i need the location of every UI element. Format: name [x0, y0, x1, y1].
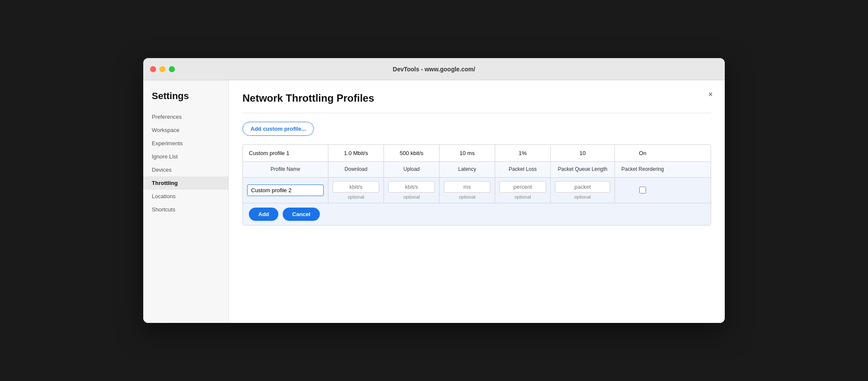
sidebar-item-throttling[interactable]: Throttling	[143, 176, 228, 190]
new-profile-name-cell	[243, 178, 328, 203]
new-profile-latency-cell: optional	[440, 178, 495, 203]
sidebar-item-workspace[interactable]: Workspace	[143, 123, 228, 137]
latency-optional-hint: optional	[459, 194, 475, 199]
add-button[interactable]: Add	[249, 208, 278, 221]
packet-queue-optional-hint: optional	[574, 194, 591, 199]
header-upload: Upload	[384, 162, 440, 177]
upload-optional-hint: optional	[403, 194, 420, 199]
titlebar: DevTools - www.google.com/	[143, 58, 725, 80]
new-profile-reordering-cell	[615, 178, 670, 203]
new-profile-upload-cell: optional	[384, 178, 440, 203]
divider	[242, 113, 711, 113]
sidebar-item-locations[interactable]: Locations	[143, 190, 228, 203]
devtools-window: DevTools - www.google.com/ Settings Pref…	[143, 58, 725, 323]
table-header-row: Profile Name Download Upload Latency Pac…	[243, 162, 711, 178]
new-profile-row: optional optional optional optional	[243, 178, 711, 203]
header-packet-reordering: Packet Reordering	[615, 162, 670, 177]
packet-loss-optional-hint: optional	[514, 194, 531, 199]
maximize-traffic-light[interactable]	[169, 66, 175, 72]
upload-input[interactable]	[388, 181, 435, 193]
download-optional-hint: optional	[348, 194, 364, 199]
header-latency: Latency	[440, 162, 495, 177]
existing-profile-latency: 10 ms	[440, 145, 495, 161]
sidebar-item-experiments[interactable]: Experiments	[143, 137, 228, 150]
cancel-button[interactable]: Cancel	[283, 208, 320, 221]
sidebar-item-devices[interactable]: Devices	[143, 163, 228, 176]
existing-profile-upload: 500 kbit/s	[384, 145, 440, 161]
existing-profile-packet-loss: 1%	[495, 145, 551, 161]
existing-profile-packet-queue: 10	[551, 145, 615, 161]
sidebar-item-preferences[interactable]: Preferences	[143, 110, 228, 123]
minimize-traffic-light[interactable]	[159, 66, 165, 72]
new-profile-download-cell: optional	[328, 178, 384, 203]
header-packet-queue: Packet Queue Length	[551, 162, 615, 177]
existing-profile-download: 1.0 Mbit/s	[328, 145, 384, 161]
packet-loss-input[interactable]	[499, 181, 546, 193]
sidebar-item-shortcuts[interactable]: Shortcuts	[143, 203, 228, 216]
titlebar-title: DevTools - www.google.com/	[393, 66, 475, 73]
traffic-lights	[150, 66, 175, 72]
page-title: Network Throttling Profiles	[242, 92, 711, 104]
existing-profile-packet-reordering: On	[615, 145, 670, 161]
sidebar-item-ignore-list[interactable]: Ignore List	[143, 150, 228, 163]
latency-input[interactable]	[444, 181, 490, 193]
download-input[interactable]	[333, 181, 379, 193]
add-custom-profile-button[interactable]: Add custom profile...	[242, 122, 314, 136]
header-packet-loss: Packet Loss	[495, 162, 551, 177]
sidebar-heading: Settings	[143, 91, 228, 110]
new-profile-packet-loss-cell: optional	[495, 178, 551, 203]
profiles-table: Custom profile 1 1.0 Mbit/s 500 kbit/s 1…	[242, 144, 711, 226]
sidebar: Settings Preferences Workspace Experimen…	[143, 80, 229, 323]
existing-profile-name: Custom profile 1	[243, 145, 328, 161]
packet-queue-input[interactable]	[555, 181, 610, 193]
existing-profile-row: Custom profile 1 1.0 Mbit/s 500 kbit/s 1…	[243, 145, 711, 162]
header-name: Profile Name	[243, 162, 328, 177]
actions-row: Add Cancel	[243, 203, 711, 225]
close-traffic-light[interactable]	[150, 66, 156, 72]
main-content: × Network Throttling Profiles Add custom…	[229, 80, 725, 323]
header-download: Download	[328, 162, 384, 177]
packet-reordering-checkbox[interactable]	[639, 187, 646, 193]
window-body: Settings Preferences Workspace Experimen…	[143, 80, 725, 323]
new-profile-packet-queue-cell: optional	[551, 178, 615, 203]
profile-name-input[interactable]	[247, 185, 324, 196]
close-button[interactable]: ×	[708, 91, 713, 98]
